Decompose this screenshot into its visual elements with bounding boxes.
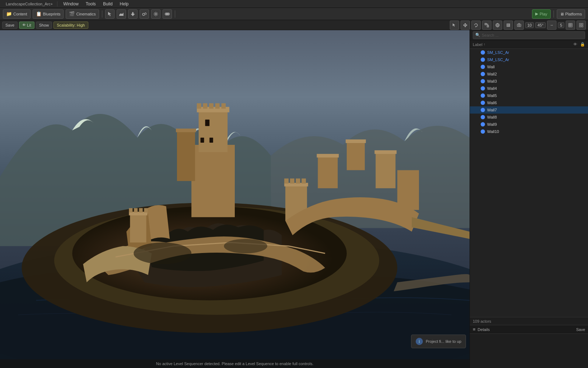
outliner-item-wall9[interactable]: Wall9 xyxy=(470,121,588,128)
angle-badge: 45° xyxy=(535,22,546,28)
lit-btn[interactable]: 👁 Lit xyxy=(19,22,34,29)
svg-rect-47 xyxy=(346,139,366,143)
snap-btn[interactable] xyxy=(504,20,513,30)
menu-help[interactable]: Help xyxy=(118,1,130,7)
scale-num-badge[interactable]: 5 xyxy=(558,22,564,28)
grid-size-badge[interactable]: 10 xyxy=(525,22,534,28)
outliner-item-wall8[interactable]: Wall8 xyxy=(470,114,588,121)
play-button[interactable]: ▶ Play xyxy=(532,9,550,19)
landscape-mode-btn[interactable] xyxy=(117,9,126,19)
settings-mode-btn[interactable] xyxy=(151,9,160,19)
details-panel: ≡ Details Save xyxy=(470,325,588,368)
svg-point-52 xyxy=(224,239,267,253)
item-icon-wall8 xyxy=(481,115,485,119)
item-label-wall5: Wall5 xyxy=(487,93,497,98)
outliner-item-wall6[interactable]: Wall6 xyxy=(470,99,588,106)
item-label-wall8: Wall8 xyxy=(487,115,497,119)
svg-rect-48 xyxy=(375,152,395,188)
world-local-btn[interactable] xyxy=(493,20,502,30)
item-icon-sm1 xyxy=(481,50,485,55)
details-icon: ≡ xyxy=(473,327,476,332)
move-tool-btn[interactable] xyxy=(461,20,470,30)
menu-build[interactable]: Build xyxy=(102,1,114,7)
outliner-item-sm2[interactable]: SM_LSC_Ar xyxy=(470,56,588,63)
svg-rect-20 xyxy=(199,109,227,152)
item-icon-wall2 xyxy=(481,72,485,76)
svg-rect-41 xyxy=(290,179,294,184)
item-label-wall9: Wall9 xyxy=(487,122,497,126)
label-column: Label ↑ xyxy=(473,42,485,47)
content-button[interactable]: 📁 Content xyxy=(3,9,31,19)
visibility-column-icon: 👁 xyxy=(573,42,577,47)
svg-point-9 xyxy=(518,24,520,26)
item-icon-wall9 xyxy=(481,122,485,126)
svg-rect-40 xyxy=(284,179,289,184)
svg-rect-42 xyxy=(296,179,300,184)
sort-asc-icon: ↑ xyxy=(484,42,485,46)
cinematics-button[interactable]: 🎬 Cinematics xyxy=(66,9,99,19)
item-icon-wall5 xyxy=(481,93,485,98)
outliner-item-wall10[interactable]: Wall10 xyxy=(470,128,588,135)
blueprints-button[interactable]: 📋 Blueprints xyxy=(33,9,64,19)
item-label-wall1: Wall xyxy=(487,65,495,69)
svg-rect-32 xyxy=(130,213,146,242)
menu-tools[interactable]: Tools xyxy=(84,1,97,7)
item-icon-wall4 xyxy=(481,86,485,91)
scalability-btn[interactable]: Scalability: High xyxy=(53,22,88,29)
svg-point-3 xyxy=(166,13,167,14)
camera-btn[interactable] xyxy=(514,20,524,30)
svg-point-4 xyxy=(167,13,168,14)
outliner-item-wall4[interactable]: Wall4 xyxy=(470,85,588,92)
svg-rect-19 xyxy=(191,145,235,217)
details-save: Save xyxy=(576,327,585,332)
right-panel: 🔍 Search ... Label ↑ 👁 🔒 xyxy=(470,30,588,368)
status-text: No active Level Sequencer detected. Plea… xyxy=(156,362,313,366)
outliner-item-sm1[interactable]: SM_LSC_Ar xyxy=(470,49,588,56)
save-view-btn[interactable]: Save xyxy=(2,22,18,29)
cursor-tool-btn[interactable] xyxy=(450,20,459,30)
outliner: 🔍 Search ... Label ↑ 👁 🔒 xyxy=(470,30,588,325)
details-header: ≡ Details Save xyxy=(470,325,588,334)
svg-rect-26 xyxy=(221,103,226,109)
item-icon-wall6 xyxy=(481,101,485,105)
viewport[interactable]: No active Level Sequencer detected. Plea… xyxy=(0,30,470,368)
item-icon-wall3 xyxy=(481,79,485,83)
menu-window[interactable]: Window xyxy=(62,1,80,7)
item-label-wall7: Wall7 xyxy=(487,108,497,112)
outliner-item-wall5[interactable]: Wall5 xyxy=(470,92,588,99)
item-label-sm1: SM_LSC_Ar xyxy=(487,50,509,55)
outliner-item-wall2[interactable]: Wall2 xyxy=(470,70,588,78)
svg-rect-37 xyxy=(144,208,148,212)
mesh-paint-btn[interactable] xyxy=(140,9,149,19)
scale-tool-btn[interactable] xyxy=(482,20,491,30)
svg-rect-6 xyxy=(487,26,489,27)
svg-rect-12 xyxy=(579,26,581,27)
svg-rect-46 xyxy=(347,141,365,170)
item-label-wall10: Wall10 xyxy=(487,129,499,134)
item-label-wall6: Wall6 xyxy=(487,101,497,105)
outliner-header: 🔍 Search ... xyxy=(470,30,588,40)
vr-btn[interactable] xyxy=(163,9,172,19)
select-mode-btn[interactable] xyxy=(105,9,115,19)
outliner-item-wall1[interactable]: Wall xyxy=(470,63,588,70)
actor-count: 109 actors xyxy=(470,317,588,325)
svg-rect-29 xyxy=(205,120,209,126)
item-label-wall3: Wall3 xyxy=(487,79,497,83)
item-label-sm2: SM_LSC_Ar xyxy=(487,58,509,62)
foliage-mode-btn[interactable] xyxy=(128,9,137,19)
toolbar-sep-2 xyxy=(175,10,175,18)
outliner-columns: Label ↑ 👁 🔒 xyxy=(470,40,588,49)
outliner-item-wall3[interactable]: Wall3 xyxy=(470,78,588,85)
svg-rect-35 xyxy=(134,208,137,212)
show-btn[interactable]: Show xyxy=(36,22,52,29)
move-scale-icon[interactable]: ↔ xyxy=(547,20,556,30)
outliner-item-wall7[interactable]: Wall7 xyxy=(470,106,588,114)
grid-toggle-btn[interactable] xyxy=(566,20,575,30)
details-content xyxy=(470,334,588,340)
rotate-tool-btn[interactable] xyxy=(471,20,481,30)
svg-rect-22 xyxy=(197,103,201,109)
svg-rect-34 xyxy=(129,208,132,212)
platforms-button[interactable]: 🖥 Platforms xyxy=(557,9,585,19)
viewport-layout-btn[interactable] xyxy=(577,20,586,30)
notification-popup[interactable]: ℹ Project fi... like to up xyxy=(411,335,466,348)
